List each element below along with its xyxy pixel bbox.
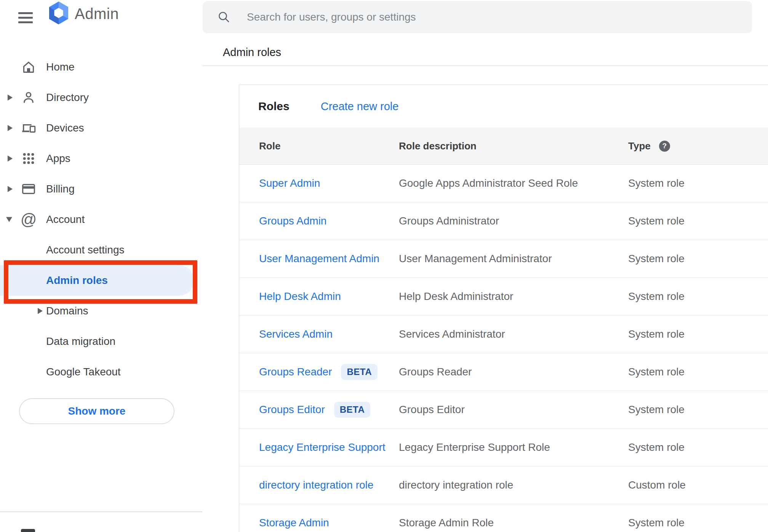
breadcrumb: Admin roles [223,46,281,59]
collapse-arrow-icon[interactable] [6,217,12,222]
column-header-type-label: Type [628,140,651,152]
home-icon [21,59,36,75]
table-row-groups-reader: Groups ReaderBETAGroups ReaderSystem rol… [239,353,768,391]
role-link[interactable]: Services Admin [259,328,333,340]
beta-badge: BETA [341,364,378,380]
role-link[interactable]: Groups Reader [259,366,332,378]
sidebar-item-label: Directory [46,91,89,104]
role-description-cell: Google Apps Administrator Seed Role [399,177,628,189]
column-header-role: Role [259,140,399,152]
show-more-button[interactable]: Show more [19,398,174,424]
admin-hexagon-logo-icon [47,1,70,26]
building-icon [21,529,35,532]
sidebar-item-data-migration[interactable]: Data migration [0,326,202,357]
table-row-services-admin: Services AdminServices AdministratorSyst… [239,316,768,353]
column-header-description: Role description [399,140,628,152]
header-divider [202,66,768,66]
expand-arrow-icon[interactable] [8,155,13,162]
expand-arrow-icon[interactable] [8,125,13,131]
search-bar[interactable] [203,1,752,33]
role-description-cell: Groups Reader [399,366,628,378]
sidebar-item-label: Apps [46,152,70,165]
sidebar-nav: HomeDirectoryDevicesAppsBilling@AccountA… [0,52,202,387]
sidebar-item-label: Data migration [46,335,115,348]
table-row-groups-editor: Groups EditorBETAGroups EditorSystem rol… [239,391,768,429]
role-type-cell: System role [628,290,768,303]
sidebar-item-label: Google Takeout [46,366,121,378]
role-description-cell: directory integration role [399,479,628,491]
sidebar-item-account[interactable]: @Account [0,204,202,235]
expand-arrow-icon[interactable] [8,186,13,192]
sidebar-divider [0,511,202,512]
role-type-cell: System role [628,441,768,453]
sidebar-item-label: Account settings [46,244,124,256]
role-type-cell: Custom role [628,479,768,491]
sidebar: Admin HomeDirectoryDevicesAppsBilling@Ac… [0,0,202,532]
role-type-cell: System role [628,404,768,416]
role-description-cell: Groups Administrator [399,215,628,227]
table-row-directory-integration-role: directory integration roledirectory inte… [239,466,768,504]
role-link[interactable]: User Management Admin [259,253,379,265]
role-link[interactable]: Storage Admin [259,517,329,529]
role-link[interactable]: Help Desk Admin [259,290,341,303]
sidebar-item-devices[interactable]: Devices [0,113,202,143]
role-description-cell: Services Administrator [399,328,628,340]
sidebar-item-home[interactable]: Home [0,52,202,82]
table-row-legacy-enterprise-support: Legacy Enterprise SupportLegacy Enterpri… [239,429,768,466]
help-icon[interactable]: ? [659,141,670,152]
table-row-help-desk-admin: Help Desk AdminHelp Desk AdministratorSy… [239,278,768,316]
devices-icon [21,120,36,136]
sidebar-item-label: Account [46,213,85,226]
create-new-role-link[interactable]: Create new role [321,100,399,113]
role-link[interactable]: Legacy Enterprise Support [259,441,386,453]
table-row-groups-admin: Groups AdminGroups AdministratorSystem r… [239,202,768,240]
product-name: Admin [75,5,119,22]
beta-badge: BETA [334,402,371,418]
role-type-cell: System role [628,215,768,227]
sidebar-item-directory[interactable]: Directory [0,82,202,113]
role-link[interactable]: Groups Editor [259,404,325,416]
sidebar-item-admin-roles[interactable]: Admin roles [0,265,202,296]
table-header-row: Role Role description Type ? [239,128,768,165]
sidebar-item-domains[interactable]: Domains [0,296,202,326]
expand-arrow-icon[interactable] [8,95,13,101]
table-row-storage-admin: Storage AdminStorage Admin RoleSystem ro… [239,504,768,532]
sidebar-item-apps[interactable]: Apps [0,143,202,174]
expand-arrow-icon[interactable] [38,308,43,314]
role-description-cell: Help Desk Administrator [399,290,628,303]
menu-hamburger-icon[interactable] [18,9,35,26]
sidebar-item-billing[interactable]: Billing [0,174,202,204]
apps-icon [21,150,36,167]
role-description-cell: Storage Admin Role [399,517,628,529]
role-type-cell: System role [628,328,768,340]
column-header-type: Type ? [628,140,768,152]
sidebar-item-label: Devices [46,122,84,134]
sidebar-item-label: Domains [46,305,88,317]
roles-table-body: Super AdminGoogle Apps Administrator See… [239,165,768,532]
sidebar-item-label: Admin roles [46,274,108,287]
person-icon [21,89,36,106]
roles-card-header: Roles Create new role [239,85,768,128]
sidebar-item-google-takeout[interactable]: Google Takeout [0,357,202,387]
role-type-cell: System role [628,366,768,378]
card-title: Roles [258,100,290,113]
role-link[interactable]: Groups Admin [259,215,326,227]
role-link[interactable]: directory integration role [259,479,373,491]
admin-logo: Admin [47,2,119,26]
sidebar-item-label: Billing [46,183,75,195]
role-type-cell: System role [628,253,768,265]
table-row-user-management-admin: User Management AdminUser Management Adm… [239,240,768,278]
role-link[interactable]: Super Admin [259,177,320,189]
role-description-cell: Legacy Enterprise Support Role [399,441,628,453]
sidebar-item-label: Home [46,61,75,73]
search-icon [217,10,231,24]
table-row-super-admin: Super AdminGoogle Apps Administrator See… [239,165,768,202]
card-icon [21,181,36,197]
at-icon: @ [21,211,36,228]
role-type-cell: System role [628,177,768,189]
role-description-cell: User Management Administrator [399,253,628,265]
roles-card: Roles Create new role Role Role descript… [239,85,768,532]
search-input[interactable] [246,11,752,24]
role-type-cell: System role [628,517,768,529]
sidebar-item-account-settings[interactable]: Account settings [0,235,202,265]
